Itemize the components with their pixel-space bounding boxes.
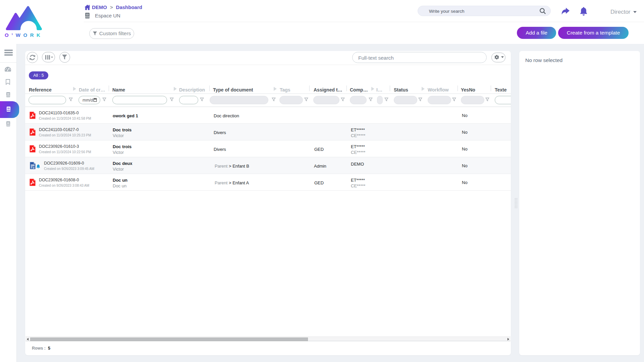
svg-text:w: w — [33, 167, 35, 169]
